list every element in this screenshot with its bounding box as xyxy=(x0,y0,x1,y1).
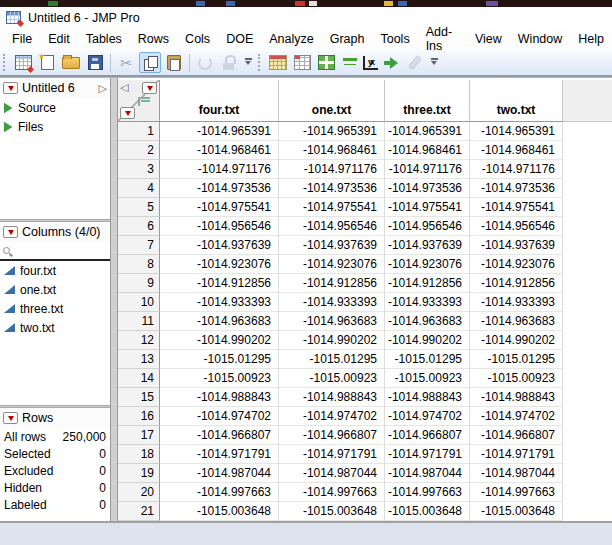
cell-one-txt-r10[interactable]: -1014.933393 xyxy=(279,293,385,312)
row-number[interactable]: 2 xyxy=(118,141,160,160)
cell-four-txt-r15[interactable]: -1014.988843 xyxy=(160,388,279,407)
cell-three-txt-r19[interactable]: -1014.987044 xyxy=(385,464,470,483)
cell-two-txt-r5[interactable]: -1014.975541 xyxy=(470,198,563,217)
row-number[interactable]: 1 xyxy=(118,122,160,141)
column-item-three-txt[interactable]: three.txt xyxy=(0,299,110,318)
cell-three-txt-r2[interactable]: -1014.968461 xyxy=(385,141,470,160)
cell-one-txt-r6[interactable]: -1014.956546 xyxy=(279,217,385,236)
column-header-four-txt[interactable]: four.txt xyxy=(160,80,279,122)
cell-four-txt-r12[interactable]: -1014.990202 xyxy=(160,331,279,350)
cell-four-txt-r1[interactable]: -1014.965391 xyxy=(160,122,279,141)
row-number[interactable]: 10 xyxy=(118,293,160,312)
cell-three-txt-r12[interactable]: -1014.990202 xyxy=(385,331,470,350)
cell-one-txt-r4[interactable]: -1014.973536 xyxy=(279,179,385,198)
cell-three-txt-r13[interactable]: -1015.01295 xyxy=(385,350,470,369)
cell-two-txt-r7[interactable]: -1014.937639 xyxy=(470,236,563,255)
cell-three-txt-r7[interactable]: -1014.937639 xyxy=(385,236,470,255)
menu-item-analyze[interactable]: Analyze xyxy=(261,29,321,49)
row-number[interactable]: 15 xyxy=(118,388,160,407)
cell-one-txt-r12[interactable]: -1014.990202 xyxy=(279,331,385,350)
row-number[interactable]: 5 xyxy=(118,198,160,217)
row-number[interactable]: 21 xyxy=(118,502,160,521)
cell-two-txt-r14[interactable]: -1015.00923 xyxy=(470,369,563,388)
row-number[interactable]: 20 xyxy=(118,483,160,502)
cell-four-txt-r21[interactable]: -1015.003648 xyxy=(160,502,279,521)
columns-search-field[interactable] xyxy=(0,242,110,261)
cell-three-txt-r16[interactable]: -1014.974702 xyxy=(385,407,470,426)
row-number[interactable]: 6 xyxy=(118,217,160,236)
overflow-chevron-icon[interactable] xyxy=(428,52,440,73)
toolbar-grip-handle[interactable] xyxy=(3,54,7,71)
open-icon[interactable] xyxy=(60,52,82,73)
cell-two-txt-r18[interactable]: -1014.971791 xyxy=(470,445,563,464)
cell-three-txt-r6[interactable]: -1014.956546 xyxy=(385,217,470,236)
cell-one-txt-r20[interactable]: -1014.997663 xyxy=(279,483,385,502)
cell-three-txt-r3[interactable]: -1014.971176 xyxy=(385,160,470,179)
cell-three-txt-r9[interactable]: -1014.912856 xyxy=(385,274,470,293)
cell-two-txt-r6[interactable]: -1014.956546 xyxy=(470,217,563,236)
menu-item-tables[interactable]: Tables xyxy=(78,29,130,49)
collapse-columns-icon[interactable]: ◁ xyxy=(120,81,128,94)
cell-two-txt-r2[interactable]: -1014.968461 xyxy=(470,141,563,160)
cell-one-txt-r19[interactable]: -1014.987044 xyxy=(279,464,385,483)
menu-item-window[interactable]: Window xyxy=(510,29,570,49)
cell-three-txt-r21[interactable]: -1015.003648 xyxy=(385,502,470,521)
cell-two-txt-r12[interactable]: -1014.990202 xyxy=(470,331,563,350)
row-number[interactable]: 18 xyxy=(118,445,160,464)
cell-two-txt-r11[interactable]: -1014.963683 xyxy=(470,312,563,331)
red-triangle-menu-icon[interactable] xyxy=(3,82,18,94)
cell-one-txt-r14[interactable]: -1015.00923 xyxy=(279,369,385,388)
cell-two-txt-r20[interactable]: -1014.997663 xyxy=(470,483,563,502)
menu-item-rows[interactable]: Rows xyxy=(130,29,177,49)
cell-four-txt-r16[interactable]: -1014.974702 xyxy=(160,407,279,426)
cell-four-txt-r2[interactable]: -1014.968461 xyxy=(160,141,279,160)
paste-icon[interactable] xyxy=(163,52,185,73)
column-item-two-txt[interactable]: two.txt xyxy=(0,318,110,337)
cell-three-txt-r14[interactable]: -1015.00923 xyxy=(385,369,470,388)
row-number[interactable]: 3 xyxy=(118,160,160,179)
row-number[interactable]: 19 xyxy=(118,464,160,483)
cell-two-txt-r9[interactable]: -1014.912856 xyxy=(470,274,563,293)
cell-one-txt-r9[interactable]: -1014.912856 xyxy=(279,274,385,293)
row-number[interactable]: 16 xyxy=(118,407,160,426)
row-number[interactable]: 8 xyxy=(118,255,160,274)
new-script-icon[interactable] xyxy=(36,52,58,73)
cell-four-txt-r18[interactable]: -1014.971791 xyxy=(160,445,279,464)
menu-item-graph[interactable]: Graph xyxy=(322,29,373,49)
menu-item-view[interactable]: View xyxy=(467,29,510,49)
cell-two-txt-r16[interactable]: -1014.974702 xyxy=(470,407,563,426)
graph-builder-icon[interactable] xyxy=(339,52,361,73)
copy-icon[interactable] xyxy=(139,52,161,73)
menu-item-cols[interactable]: Cols xyxy=(177,29,218,49)
cell-four-txt-r11[interactable]: -1014.963683 xyxy=(160,312,279,331)
cell-one-txt-r1[interactable]: -1014.965391 xyxy=(279,122,385,141)
menu-item-help[interactable]: Help xyxy=(570,29,612,49)
cell-three-txt-r11[interactable]: -1014.963683 xyxy=(385,312,470,331)
rows-red-triangle-icon[interactable] xyxy=(120,107,135,119)
cell-four-txt-r8[interactable]: -1014.923076 xyxy=(160,255,279,274)
cell-one-txt-r21[interactable]: -1015.003648 xyxy=(279,502,385,521)
cell-three-txt-r8[interactable]: -1014.923076 xyxy=(385,255,470,274)
cell-two-txt-r4[interactable]: -1014.973536 xyxy=(470,179,563,198)
cell-four-txt-r4[interactable]: -1014.973536 xyxy=(160,179,279,198)
column-item-four-txt[interactable]: four.txt xyxy=(0,261,110,280)
table-panel-item-source[interactable]: Source xyxy=(0,98,110,117)
cell-one-txt-r3[interactable]: -1014.971176 xyxy=(279,160,385,179)
cell-three-txt-r15[interactable]: -1014.988843 xyxy=(385,388,470,407)
menu-item-file[interactable]: File xyxy=(4,29,40,49)
cell-three-txt-r5[interactable]: -1014.975541 xyxy=(385,198,470,217)
cell-four-txt-r6[interactable]: -1014.956546 xyxy=(160,217,279,236)
row-number[interactable]: 13 xyxy=(118,350,160,369)
cell-one-txt-r2[interactable]: -1014.968461 xyxy=(279,141,385,160)
cell-two-txt-r1[interactable]: -1014.965391 xyxy=(470,122,563,141)
cell-four-txt-r20[interactable]: -1014.997663 xyxy=(160,483,279,502)
cell-four-txt-r17[interactable]: -1014.966807 xyxy=(160,426,279,445)
cell-one-txt-r15[interactable]: -1014.988843 xyxy=(279,388,385,407)
column-header-two-txt[interactable]: two.txt xyxy=(470,80,563,122)
cell-one-txt-r8[interactable]: -1014.923076 xyxy=(279,255,385,274)
row-number[interactable]: 7 xyxy=(118,236,160,255)
row-number[interactable]: 9 xyxy=(118,274,160,293)
cell-two-txt-r10[interactable]: -1014.933393 xyxy=(470,293,563,312)
collapse-panel-icon[interactable]: ▷ xyxy=(99,83,107,94)
column-header-three-txt[interactable]: three.txt xyxy=(385,80,470,122)
